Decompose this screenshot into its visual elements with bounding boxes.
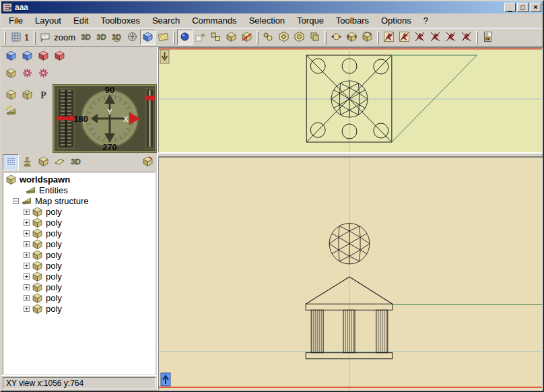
brush-delete-button[interactable] xyxy=(239,30,254,45)
menu-search[interactable]: Search xyxy=(146,14,186,28)
menu-layout[interactable]: Layout xyxy=(29,14,67,28)
csg-op-1-button[interactable] xyxy=(381,30,397,45)
expander-plus-icon[interactable]: + xyxy=(24,220,30,226)
view-3d-solid-button[interactable]: 3D xyxy=(78,30,94,45)
red-star-2-button[interactable] xyxy=(35,66,51,82)
group-mode-button[interactable] xyxy=(208,30,224,45)
brush-mode-button[interactable] xyxy=(224,30,239,45)
zoom-tool-button[interactable] xyxy=(38,30,53,45)
grid-size-icon xyxy=(10,31,22,44)
csg-red-cube-1-button[interactable] xyxy=(35,48,51,65)
face-mode-button[interactable] xyxy=(193,30,208,45)
box-button[interactable] xyxy=(3,88,19,104)
csg-op-4-button[interactable] xyxy=(428,30,443,45)
expander-minus-icon[interactable]: − xyxy=(13,198,19,204)
cfg-export-button[interactable]: CFG xyxy=(480,30,496,45)
view-3d-wire-button[interactable]: 3D xyxy=(94,30,109,45)
tree-export-button[interactable] xyxy=(139,154,156,170)
menu-toolboxes[interactable]: Toolboxes xyxy=(94,14,146,28)
rotate-sphere-button[interactable] xyxy=(329,30,344,45)
expander-plus-icon[interactable]: + xyxy=(24,284,30,290)
texture-book-button[interactable] xyxy=(156,30,171,45)
minimize-button[interactable]: _ xyxy=(504,3,516,12)
tree-label: poly xyxy=(44,271,63,282)
viewport-top-xy[interactable] xyxy=(158,47,543,153)
expander-plus-icon[interactable]: + xyxy=(24,252,30,258)
scroll-up-icon[interactable] xyxy=(161,373,170,386)
expander-plus-icon[interactable]: + xyxy=(24,273,30,280)
tree-item-poly-4[interactable]: +poly xyxy=(3,238,155,249)
menu-commands[interactable]: Commands xyxy=(186,14,242,28)
tree-item-poly-7[interactable]: +poly xyxy=(3,271,155,282)
csg-op-3-button[interactable] xyxy=(412,30,428,45)
tan-cube-button[interactable] xyxy=(3,66,19,82)
red-star-1-icon xyxy=(22,67,33,81)
expander-plus-icon[interactable]: + xyxy=(24,263,30,269)
tree-3d-button[interactable]: 3D xyxy=(67,154,83,170)
tree-item-poly-5[interactable]: +poly xyxy=(3,249,155,260)
expander-plus-icon[interactable]: + xyxy=(24,209,30,215)
scroll-down-icon[interactable] xyxy=(160,50,169,63)
toolbar-group-handle[interactable] xyxy=(476,31,478,44)
tree-item-poly-8[interactable]: +poly xyxy=(3,282,155,292)
toolbar-group-handle[interactable] xyxy=(34,31,36,44)
tree-item-poly-3[interactable]: +poly xyxy=(3,228,155,238)
tree-item-map-structure[interactable]: −Map structure xyxy=(3,195,155,206)
csg-op-2-button[interactable] xyxy=(397,30,412,45)
tree-item-poly-10[interactable]: +poly xyxy=(3,303,155,314)
stacked-cubes-button[interactable] xyxy=(307,30,322,45)
menu-toolbars[interactable]: Toolbars xyxy=(330,14,375,28)
tree-cube-button[interactable] xyxy=(35,154,51,170)
csg-blue-cube-2-button[interactable] xyxy=(19,48,35,65)
title-bar[interactable]: aaa _ □ × xyxy=(1,1,543,13)
texture-apply-button[interactable] xyxy=(140,30,156,45)
expander-plus-icon[interactable]: + xyxy=(24,306,30,312)
compass-widget[interactable]: 90 180 270 Y X xyxy=(53,84,157,153)
csg-red-cube-2-button[interactable] xyxy=(51,48,67,65)
zoom-slider[interactable] xyxy=(145,89,155,148)
maximize-button[interactable]: □ xyxy=(517,3,529,12)
hollow-sphere-button[interactable] xyxy=(292,30,307,45)
texture-box-button[interactable] xyxy=(19,88,35,104)
expander-plus-icon[interactable]: + xyxy=(24,295,30,301)
red-star-1-button[interactable] xyxy=(19,66,35,82)
letter-p-button[interactable]: P xyxy=(35,88,51,104)
menu-edit[interactable]: Edit xyxy=(67,14,94,28)
menu-selection[interactable]: Selection xyxy=(243,14,291,28)
tree-item-entities[interactable]: Entities xyxy=(3,185,155,195)
menu-torque[interactable]: Torque xyxy=(291,14,330,28)
tree-item-poly-9[interactable]: +poly xyxy=(3,292,155,303)
tree-item-poly-1[interactable]: +poly xyxy=(3,206,155,217)
menu-file[interactable]: File xyxy=(3,14,29,28)
toolbar-group-handle[interactable] xyxy=(325,31,327,44)
primitive-spheres-button[interactable] xyxy=(261,30,276,45)
expander-plus-icon[interactable]: + xyxy=(24,241,30,247)
viewport-bottom-xz[interactable] xyxy=(158,157,543,391)
toolbar-group-handle[interactable] xyxy=(4,31,6,44)
toolbar-group-handle[interactable] xyxy=(377,31,379,44)
close-button[interactable]: × xyxy=(530,3,541,12)
csg-op-6-button[interactable] xyxy=(458,30,474,45)
hollow-cube-button[interactable] xyxy=(276,30,292,45)
menu-options[interactable]: Options xyxy=(375,14,417,28)
wedge-flash-button[interactable] xyxy=(3,104,19,120)
wedge-icon xyxy=(21,195,32,207)
tree-item-worldspawn[interactable]: worldspawn xyxy=(3,174,155,185)
rotate-cube-button[interactable] xyxy=(344,30,360,45)
view-3d-textured-button[interactable]: 3D xyxy=(109,30,125,45)
toolbar-group-handle[interactable] xyxy=(257,31,259,44)
grid-size-button[interactable] xyxy=(8,30,24,45)
tree-item-poly-2[interactable]: +poly xyxy=(3,217,155,228)
expander-plus-icon[interactable]: + xyxy=(24,230,30,236)
tree-grid-button[interactable] xyxy=(3,154,19,170)
tree-drop-button[interactable] xyxy=(19,154,35,170)
tree-plane-button[interactable] xyxy=(51,154,67,170)
vertex-mode-button[interactable] xyxy=(177,30,193,45)
wheel-button[interactable] xyxy=(125,30,140,45)
spin-cube-button[interactable] xyxy=(360,30,375,45)
tree-item-poly-6[interactable]: +poly xyxy=(3,260,155,271)
toolbar-group-handle[interactable] xyxy=(173,31,175,44)
menu-[interactable]: ? xyxy=(417,14,434,28)
csg-blue-cube-1-button[interactable] xyxy=(3,48,19,65)
csg-op-5-button[interactable] xyxy=(443,30,458,45)
